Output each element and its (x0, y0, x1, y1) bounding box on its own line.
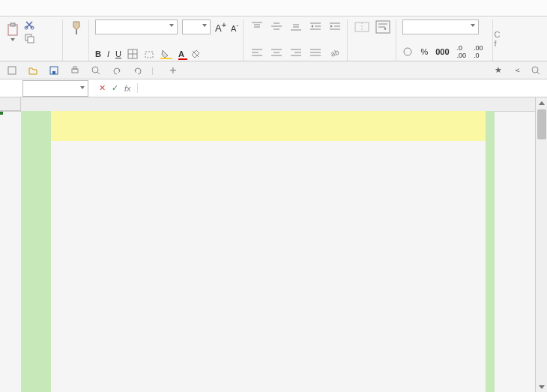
quick-access-bar: | + ★ ＜ (0, 61, 547, 79)
svg-rect-48 (73, 67, 76, 69)
sheet-bg-left (21, 111, 51, 392)
confirm-edit-button[interactable]: ✓ (112, 83, 118, 93)
svg-line-52 (537, 72, 540, 74)
formula-input[interactable] (138, 82, 547, 95)
qa-new-icon[interactable] (4, 64, 19, 77)
align-center-icon[interactable] (269, 46, 284, 59)
decimal-dec-icon[interactable]: .00.0 (474, 44, 483, 59)
vertical-scrollbar[interactable] (535, 97, 547, 392)
scroll-thumb[interactable] (537, 109, 546, 139)
scroll-down-icon[interactable] (536, 382, 547, 392)
indent-decrease-icon[interactable] (308, 19, 323, 33)
wrap-icon (375, 19, 391, 34)
align-middle-icon[interactable] (269, 19, 284, 33)
find-button[interactable] (531, 66, 543, 75)
format-painter-button[interactable] (69, 19, 84, 37)
ribbon-more[interactable]: Cf (492, 19, 502, 61)
copy-icon (24, 33, 34, 43)
brush-icon (69, 19, 84, 36)
fill-color-button[interactable] (160, 49, 172, 59)
svg-rect-46 (52, 71, 55, 74)
svg-point-51 (532, 67, 538, 73)
align-bottom-icon[interactable] (288, 19, 303, 33)
title-band (51, 111, 486, 141)
svg-point-49 (92, 67, 98, 73)
bold-button[interactable]: B (95, 49, 101, 58)
name-box[interactable] (22, 80, 88, 97)
add-tab-button[interactable]: + (166, 64, 181, 77)
increase-font-icon[interactable]: A+ (215, 20, 226, 34)
spreadsheet-area (0, 97, 547, 392)
font-group: A+ A- B I U A (94, 19, 244, 61)
paste-button[interactable] (6, 22, 19, 41)
formula-bar: ✕ ✓ fx (0, 79, 547, 97)
orientation-icon[interactable]: ab (327, 46, 342, 59)
svg-line-50 (97, 72, 100, 74)
svg-rect-44 (8, 67, 16, 74)
svg-rect-6 (76, 30, 77, 34)
svg-rect-5 (28, 37, 34, 43)
percent-icon[interactable]: % (420, 47, 428, 56)
font-size-select[interactable] (182, 19, 211, 34)
align-left-icon[interactable] (250, 46, 265, 59)
svg-rect-10 (145, 52, 153, 58)
scissors-icon (24, 19, 34, 30)
decrease-font-icon[interactable]: A- (231, 22, 238, 33)
share-button[interactable]: ＜ (513, 64, 524, 76)
font-family-select[interactable] (95, 19, 178, 34)
borders-button[interactable] (127, 49, 138, 59)
italic-button[interactable]: I (107, 49, 109, 58)
underline-button[interactable]: U (115, 49, 121, 58)
cut-button[interactable] (24, 19, 39, 30)
svg-text:ab: ab (330, 47, 340, 58)
sheet-canvas[interactable] (0, 97, 535, 392)
active-cell-outline (0, 112, 3, 115)
font-color-button[interactable]: A (178, 49, 184, 58)
svg-point-43 (404, 48, 411, 55)
justify-icon[interactable] (308, 46, 323, 59)
merge-center-button[interactable] (354, 19, 370, 34)
qa-print-icon[interactable] (67, 64, 82, 77)
comma-icon[interactable]: 000 (435, 47, 449, 56)
favorite-icon[interactable]: ★ (491, 64, 506, 77)
qa-undo-icon[interactable] (109, 64, 124, 77)
qa-save-icon[interactable] (46, 64, 61, 77)
align-top-icon[interactable] (250, 19, 265, 33)
merge-wrap-group (352, 19, 396, 61)
qa-redo-icon[interactable] (130, 64, 145, 77)
number-group: % 000 .0.00 .00.0 (401, 19, 487, 61)
menu-bar (0, 0, 547, 16)
scroll-up-icon[interactable] (536, 97, 547, 108)
select-all-corner[interactable] (0, 97, 21, 111)
clear-format-button[interactable] (190, 49, 201, 59)
svg-rect-11 (160, 58, 172, 59)
qa-open-icon[interactable] (25, 64, 40, 77)
decimal-inc-icon[interactable]: .0.00 (457, 44, 467, 59)
align-group: ab (248, 19, 348, 61)
sheet-bg-right (486, 111, 495, 392)
cancel-edit-button[interactable]: ✕ (99, 83, 106, 93)
format-painter-group (67, 19, 89, 61)
clipboard-group (4, 19, 63, 61)
align-right-icon[interactable] (288, 46, 303, 59)
number-format-select[interactable] (402, 19, 479, 34)
wrap-text-button[interactable] (375, 19, 391, 34)
ribbon: A+ A- B I U A ab (0, 16, 547, 61)
currency-icon[interactable] (402, 46, 413, 57)
border-style-button[interactable] (144, 49, 154, 59)
fx-icon[interactable]: fx (124, 84, 131, 93)
paste-icon (6, 22, 19, 37)
svg-rect-47 (72, 69, 78, 73)
svg-rect-1 (10, 23, 15, 26)
indent-increase-icon[interactable] (327, 19, 342, 33)
copy-button[interactable] (24, 33, 39, 43)
qa-preview-icon[interactable] (88, 64, 103, 77)
merge-icon (354, 19, 370, 34)
